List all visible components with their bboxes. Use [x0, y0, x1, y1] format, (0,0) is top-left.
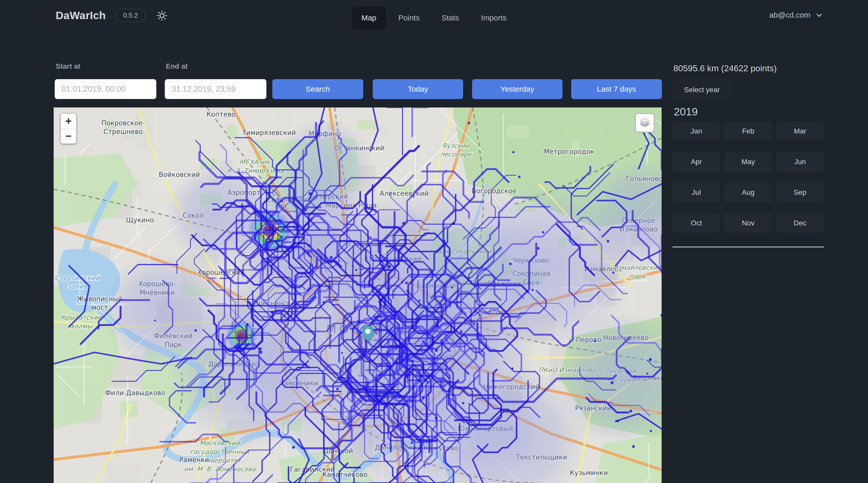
account-menu[interactable]: ab@cd.com [769, 11, 823, 20]
distance-summary: 80595.6 km (24622 points) [673, 63, 777, 73]
brand: DaWarIch 0.5.2 [56, 9, 168, 22]
select-year-button[interactable]: Select year [673, 78, 731, 101]
search-button[interactable]: Search [272, 79, 363, 99]
yesterday-button[interactable]: Yesterday [472, 79, 562, 99]
app-logo[interactable]: DaWarIch [56, 9, 106, 22]
month-button-oct[interactable]: Oct [672, 214, 720, 233]
main-tabs: Map Points Stats Imports [352, 7, 516, 29]
month-button-aug[interactable]: Aug [724, 183, 772, 202]
svg-text:Метрогородок: Метрогородок [544, 148, 594, 156]
app-root: DaWarIch 0.5.2 Map Points Stats Imports … [0, 0, 868, 483]
last-7-days-button[interactable]: Last 7 days [571, 79, 662, 99]
today-button[interactable]: Today [373, 79, 463, 99]
month-button-may[interactable]: May [724, 152, 772, 171]
layers-icon [639, 117, 650, 128]
sun-icon [156, 10, 168, 22]
svg-text:Щукино: Щукино [126, 216, 154, 224]
start-at-label: Start at [56, 62, 80, 70]
month-button-sep[interactable]: Sep [776, 183, 824, 202]
month-button-nov[interactable]: Nov [724, 214, 772, 233]
svg-text:Фили-Давыдково: Фили-Давыдково [105, 389, 165, 397]
svg-text:Раменки: Раменки [179, 456, 209, 463]
tab-points[interactable]: Points [389, 7, 429, 29]
theme-toggle-button[interactable] [155, 9, 168, 22]
tab-map[interactable]: Map [352, 7, 385, 29]
start-at-input[interactable] [55, 79, 156, 99]
location-marker-pin[interactable] [362, 325, 374, 343]
layers-control-button[interactable] [635, 113, 654, 132]
svg-text:Коптево: Коптево [207, 110, 236, 118]
zoom-in-button[interactable]: + [61, 114, 76, 128]
end-at-label: End at [166, 62, 188, 70]
month-grid: Jan Feb Mar Apr May Jun Jul Aug Sep Oct … [672, 122, 824, 233]
sidebar-divider [672, 247, 824, 247]
map-zoom-control: + − [60, 113, 76, 144]
version-badge: 0.5.2 [116, 9, 146, 22]
month-button-mar[interactable]: Mar [776, 122, 824, 141]
month-button-dec[interactable]: Dec [776, 214, 824, 233]
month-button-feb[interactable]: Feb [724, 122, 772, 141]
month-button-jun[interactable]: Jun [776, 152, 824, 171]
account-email: ab@cd.com [769, 11, 810, 20]
map-container[interactable]: КоптевоПокровское-СтрешневоМарфиноТимиря… [54, 107, 661, 483]
year-heading: 2019 [674, 106, 698, 118]
tab-stats[interactable]: Stats [432, 7, 468, 29]
month-button-jan[interactable]: Jan [672, 122, 720, 141]
tab-imports[interactable]: Imports [472, 7, 516, 29]
zoom-out-button[interactable]: − [61, 128, 76, 143]
month-button-apr[interactable]: Apr [672, 152, 720, 171]
end-at-input[interactable] [165, 79, 267, 99]
chevron-down-icon [815, 11, 823, 19]
month-button-jul[interactable]: Jul [672, 183, 720, 202]
